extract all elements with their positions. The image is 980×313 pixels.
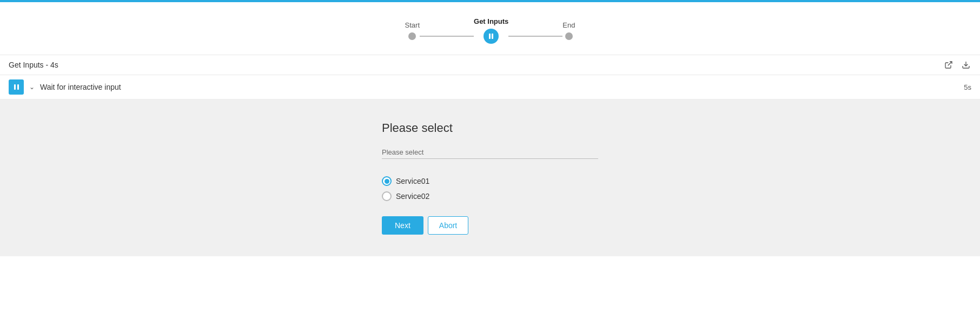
step-start-dot	[408, 32, 416, 40]
task-chevron-icon[interactable]: ⌄	[29, 83, 35, 91]
button-row: Next Abort	[382, 216, 468, 235]
stepper: Start Get Inputs End	[405, 17, 575, 44]
svg-line-0	[948, 62, 952, 65]
stepper-container: Start Get Inputs End	[0, 2, 980, 55]
radio-service02-label: Service02	[396, 192, 429, 201]
radio-service01-label: Service01	[396, 177, 429, 185]
radio-group: Service01 Service02	[382, 176, 429, 201]
form-title: Please select	[382, 121, 453, 135]
step-end-label: End	[562, 21, 575, 29]
task-time: 5s	[964, 83, 971, 91]
step-get-inputs: Get Inputs	[474, 17, 508, 44]
pause-icon	[489, 34, 493, 39]
task-label: Wait for interactive input	[40, 83, 121, 91]
section-icons	[943, 59, 971, 70]
radio-item-service01[interactable]: Service01	[382, 176, 429, 186]
section-title: Get Inputs - 4s	[9, 61, 58, 69]
task-row: ⌄ Wait for interactive input 5s	[0, 75, 980, 99]
task-pause-button[interactable]	[9, 79, 24, 95]
step-start-label: Start	[405, 21, 420, 29]
task-row-left: ⌄ Wait for interactive input	[9, 79, 121, 95]
form-card: Please select Please select Service01 Se…	[382, 121, 598, 235]
form-group: Please select	[382, 148, 598, 168]
abort-button[interactable]: Abort	[428, 216, 468, 235]
step-end: End	[562, 21, 575, 40]
form-group-label: Please select	[382, 148, 598, 156]
download-icon[interactable]	[961, 59, 971, 70]
next-button[interactable]: Next	[382, 216, 423, 235]
step-start: Start	[405, 21, 420, 40]
main-content: Please select Please select Service01 Se…	[0, 99, 980, 256]
section-header: Get Inputs - 4s	[0, 55, 980, 75]
step-get-inputs-dot	[484, 29, 499, 44]
radio-item-service02[interactable]: Service02	[382, 191, 429, 201]
form-divider	[382, 158, 598, 159]
radio-service01-input[interactable]	[382, 176, 392, 186]
radio-service02-input[interactable]	[382, 191, 392, 201]
open-in-new-icon[interactable]	[943, 59, 954, 70]
step-get-inputs-label: Get Inputs	[474, 17, 508, 25]
step-line-2	[508, 36, 562, 37]
step-line-1	[420, 36, 474, 37]
step-end-dot	[565, 32, 573, 40]
